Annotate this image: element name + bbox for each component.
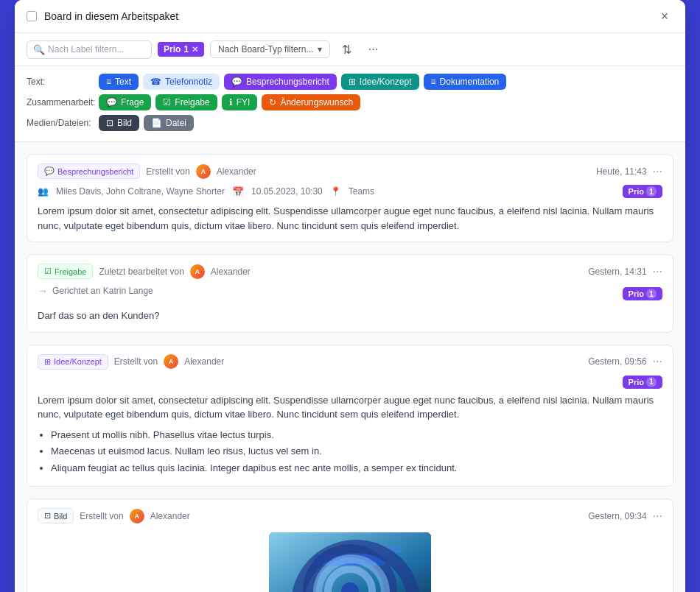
card2-timestamp: Gestern, 14:31 xyxy=(588,267,646,277)
arrow-icon: → xyxy=(38,285,48,297)
card3-more-button[interactable]: ··· xyxy=(653,355,662,368)
card2-prio-label: Prio xyxy=(629,289,644,298)
prio-badge-remove[interactable]: ✕ xyxy=(192,45,198,54)
filter-bild-btn[interactable]: ⊡ Bild xyxy=(99,115,139,131)
card1-date: 10.05.2023, 10:30 xyxy=(251,186,323,197)
collab-filter-buttons: 💬 Frage ☑ Freigabe ℹ FYI ↻ Änderungswuns… xyxy=(99,94,360,110)
card1-body-text: Lorem ipsum dolor sit amet, consectetur … xyxy=(38,205,654,231)
svg-rect-5 xyxy=(372,547,402,553)
location-icon: 📍 xyxy=(330,186,341,197)
card2-type-icon: ☑ xyxy=(44,267,52,276)
airplane-engine-svg xyxy=(269,532,431,592)
bullet-1: Praesent ut mollis nibh. Phasellus vitae… xyxy=(51,428,662,443)
close-button[interactable]: × xyxy=(656,7,673,25)
fyi-btn-label: FYI xyxy=(237,97,251,108)
card4-type-badge[interactable]: ⊡ Bild xyxy=(38,508,74,524)
more-icon: ··· xyxy=(368,43,378,56)
card4-header: ⊡ Bild Erstellt von A Alexander Gestern,… xyxy=(38,508,662,524)
bullet-2: Maecenas ut euismod lacus. Nullam leo ri… xyxy=(51,444,662,459)
text-filter-row: Text: ≡ Text ☎ Telefonnotiz 💬 Besprechun… xyxy=(27,74,673,90)
card4-timestamp: Gestern, 09:34 xyxy=(588,511,646,521)
card4-meta: Erstellt von xyxy=(80,511,123,521)
card2-type-badge[interactable]: ☑ Freigabe xyxy=(38,264,93,279)
fyi-btn-icon: ℹ xyxy=(229,97,233,108)
board-type-filter[interactable]: Nach Board-Typ filtern... ▾ xyxy=(210,40,330,58)
svg-point-1 xyxy=(309,551,391,592)
card3-body: Lorem ipsum dolor sit amet, consectetur … xyxy=(38,393,662,476)
text-filter-buttons: ≡ Text ☎ Telefonnotiz 💬 Besprechungsberi… xyxy=(99,74,506,90)
card2-subheader: → Gerichtet an Katrin Lange Prio 1 xyxy=(38,285,662,303)
card4-header-left: ⊡ Bild Erstellt von A Alexander xyxy=(38,508,190,524)
prio-badge-count: 1 xyxy=(183,44,189,54)
meeting-btn-label: Besprechungsbericht xyxy=(246,77,329,87)
card1-type-badge[interactable]: 💬 Besprechungsbericht xyxy=(38,163,140,179)
bullet-3: Aliquam feugiat ac tellus quis lacinia. … xyxy=(51,461,662,476)
filter-frage-btn[interactable]: 💬 Frage xyxy=(99,94,151,110)
card2-header-right: Gestern, 14:31 ··· xyxy=(588,265,662,278)
filter-doc-btn[interactable]: ≡ Dokumentation xyxy=(424,74,507,90)
card2-directed-to: → Gerichtet an Katrin Lange xyxy=(38,285,153,297)
card1-type-label: Besprechungsbericht xyxy=(57,167,133,176)
card3-header-right: Gestern, 09:56 ··· xyxy=(588,355,662,368)
card2-more-button[interactable]: ··· xyxy=(653,265,662,278)
content-area: 💬 Besprechungsbericht Erstellt von A Ale… xyxy=(15,142,685,592)
window-title: Board in diesem Arbeitspaket xyxy=(44,10,656,22)
card3-type-label: Idee/Konzept xyxy=(54,357,102,366)
collab-filter-row: Zusammenarbeit: 💬 Frage ☑ Freigabe ℹ FYI… xyxy=(27,94,673,110)
card1-header-left: 💬 Besprechungsbericht Erstellt von A Ale… xyxy=(38,163,256,179)
card3-header: ⊞ Idee/Konzept Erstellt von A Alexander … xyxy=(38,354,662,370)
frage-btn-icon: 💬 xyxy=(106,97,117,108)
text-btn-label: Text xyxy=(115,77,131,87)
card2-prio-tag: Prio 1 xyxy=(623,287,662,300)
card1-meta: Erstellt von xyxy=(146,166,189,177)
card3-header-left: ⊞ Idee/Konzept Erstellt von A Alexander xyxy=(38,354,224,370)
card2-author: Alexander xyxy=(211,267,251,277)
toolbar: 🔍 Nach Label filtern... Prio 1 ✕ Nach Bo… xyxy=(15,33,685,66)
card4-more-button[interactable]: ··· xyxy=(653,510,662,523)
svg-point-3 xyxy=(341,582,359,592)
sort-button[interactable]: ⇅ xyxy=(336,39,357,60)
label-filter-input[interactable]: 🔍 Nach Label filtern... xyxy=(27,40,152,59)
card4-header-right: Gestern, 09:34 ··· xyxy=(588,510,662,523)
media-filter-row: Medien/Dateien: ⊡ Bild 📄 Datei xyxy=(27,115,673,131)
change-btn-label: Änderungswunsch xyxy=(280,97,353,108)
more-options-button[interactable]: ··· xyxy=(363,39,383,60)
filter-freigabe-btn[interactable]: ☑ Freigabe xyxy=(155,94,217,110)
card3-type-badge[interactable]: ⊞ Idee/Konzept xyxy=(38,354,108,370)
doc-btn-icon: ≡ xyxy=(431,77,436,87)
filter-idea-btn[interactable]: ⊞ Idee/Konzept xyxy=(341,74,419,90)
card1-header-right: Heute, 11:43 ··· xyxy=(596,165,662,178)
card3-prio-tag: Prio 1 xyxy=(623,376,662,389)
card3-type-icon: ⊞ xyxy=(44,357,51,367)
datei-btn-label: Datei xyxy=(166,118,186,128)
bild-btn-icon: ⊡ xyxy=(106,118,113,128)
frage-btn-label: Frage xyxy=(121,97,144,108)
card-freigabe: ☑ Freigabe Zuletzt bearbeitet von A Alex… xyxy=(27,254,673,333)
card3-meta: Erstellt von xyxy=(114,356,158,367)
card2-meta: Zuletzt bearbeitet von xyxy=(99,267,183,277)
card1-prio-tag: Prio 1 xyxy=(623,185,662,198)
card-besprechungsbericht: 💬 Besprechungsbericht Erstellt von A Ale… xyxy=(27,154,673,242)
card1-prio-label: Prio xyxy=(629,187,644,196)
board-type-placeholder: Nach Board-Typ filtern... xyxy=(218,44,313,54)
title-checkbox[interactable] xyxy=(27,11,37,21)
datei-btn-icon: 📄 xyxy=(151,118,162,128)
filter-phone-btn[interactable]: ☎ Telefonnotiz xyxy=(143,74,220,90)
card1-prio-num: 1 xyxy=(646,186,657,197)
filter-change-btn[interactable]: ↻ Änderungswunsch xyxy=(262,94,360,110)
card2-body-text: Darf das so an den Kunden? xyxy=(38,310,160,321)
freigabe-btn-icon: ☑ xyxy=(163,97,171,108)
prio-filter-badge[interactable]: Prio 1 ✕ xyxy=(158,42,204,57)
filter-area: Text: ≡ Text ☎ Telefonnotiz 💬 Besprechun… xyxy=(15,66,685,142)
card3-bullets: Praesent ut mollis nibh. Phasellus vitae… xyxy=(38,428,662,476)
card4-author: Alexander xyxy=(150,511,190,521)
filter-meeting-btn[interactable]: 💬 Besprechungsbericht xyxy=(224,74,337,90)
card1-more-button[interactable]: ··· xyxy=(653,165,662,178)
filter-datei-btn[interactable]: 📄 Datei xyxy=(144,115,194,131)
card2-directed-text: Gerichtet an Katrin Lange xyxy=(52,286,153,296)
filter-fyi-btn[interactable]: ℹ FYI xyxy=(222,94,258,110)
idea-btn-label: Idee/Konzept xyxy=(360,77,412,87)
label-filter-placeholder: Nach Label filtern... xyxy=(48,44,124,54)
filter-text-btn[interactable]: ≡ Text xyxy=(99,74,139,90)
card-bild: ⊡ Bild Erstellt von A Alexander Gestern,… xyxy=(27,498,673,592)
